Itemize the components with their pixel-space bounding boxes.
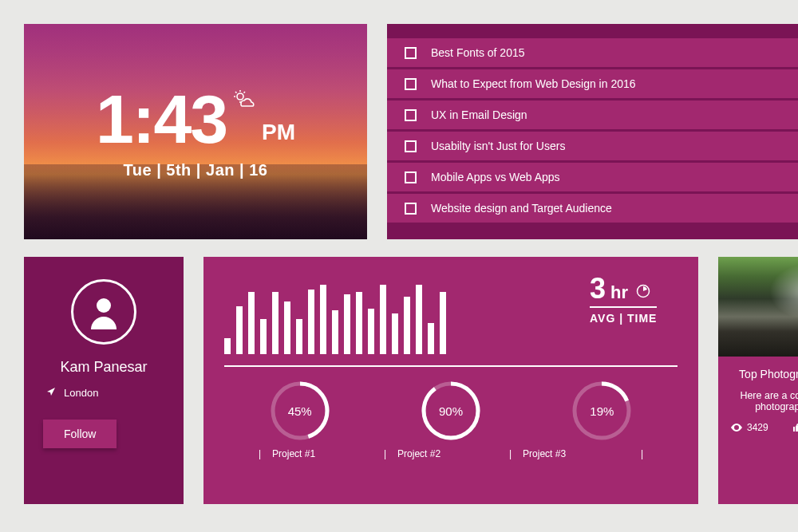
photo-description: Here are a collection of the top photogr… xyxy=(731,390,798,412)
clock-date: Tue | 5th | Jan | 16 xyxy=(124,161,268,179)
checklist-item-label: Mobile Apps vs Web Apps xyxy=(431,171,560,183)
eye-icon xyxy=(731,424,742,432)
chart-bar xyxy=(416,285,422,354)
profile-name: Kam Panesar xyxy=(60,359,147,376)
photo-card: Top Photographs from 2015 Here are a col… xyxy=(718,257,798,504)
profile-card: Kam Panesar London Follow xyxy=(24,257,184,504)
clock-time-row: 1:43 PM xyxy=(96,85,295,153)
checklist-item-label: Website design and Target Audience xyxy=(431,202,612,215)
checkbox-icon[interactable] xyxy=(405,109,417,121)
avg-time-block: 3 hr AVG | TIME xyxy=(590,274,678,325)
progress-ring: 90% xyxy=(420,380,482,442)
svg-line-5 xyxy=(244,92,246,93)
chart-bar xyxy=(404,297,410,354)
project-label: Project #1 xyxy=(259,448,315,459)
follow-button[interactable]: Follow xyxy=(43,420,117,448)
progress-ring: 45% xyxy=(269,380,331,442)
checkbox-icon[interactable] xyxy=(405,47,417,59)
svg-point-6 xyxy=(97,298,111,313)
checklist-item-label: Best Fonts of 2015 xyxy=(431,46,525,59)
clock-time: 1:43 xyxy=(96,85,227,153)
chart-bar xyxy=(392,313,398,354)
chart-bar xyxy=(272,292,279,354)
checklist-item[interactable]: Usabilty isn't Just for Users xyxy=(387,132,798,160)
row2-container: Kam Panesar London Follow 3 hr AVG | TIM… xyxy=(24,257,698,504)
location-arrow-icon xyxy=(46,387,56,399)
chart-bar xyxy=(428,323,434,354)
project-label: Project #2 xyxy=(384,448,440,459)
chart-bar xyxy=(368,309,374,354)
checklist-item[interactable]: What to Expect from Web Design in 2016 xyxy=(387,69,798,98)
chart-bar xyxy=(320,285,326,354)
photo-thumbnail xyxy=(718,257,798,357)
checklist-item[interactable]: Website design and Target Audience xyxy=(387,194,798,223)
clock-icon xyxy=(636,284,650,301)
chart-bar xyxy=(260,319,267,354)
avatar xyxy=(71,279,136,345)
chart-bar xyxy=(440,292,446,354)
checklist-item[interactable]: Best Fonts of 2015 xyxy=(387,38,798,67)
checkbox-icon[interactable] xyxy=(405,171,417,183)
chart-bar xyxy=(344,294,350,354)
chart-bar xyxy=(236,306,243,354)
photo-likes: 2200 xyxy=(792,422,798,433)
svg-line-4 xyxy=(235,92,237,93)
chart-bar xyxy=(296,319,302,354)
clock-weather-card: 1:43 PM Tue | 5th | Jan | 16 xyxy=(24,24,367,239)
progress-percent: 45% xyxy=(288,404,312,418)
chart-bar xyxy=(248,292,255,354)
avg-value: 3 xyxy=(590,274,606,303)
bar-chart xyxy=(224,274,575,354)
checklist-item[interactable]: Mobile Apps vs Web Apps xyxy=(387,163,798,191)
progress-percent: 19% xyxy=(590,404,614,418)
project-label-trail: | xyxy=(641,448,643,459)
chart-bar xyxy=(224,338,231,354)
checklist-item-label: What to Expect from Web Design in 2016 xyxy=(431,77,636,90)
chart-bar xyxy=(332,310,338,354)
photo-stats-row: 3429 2200 1200 xyxy=(718,422,798,444)
stats-divider xyxy=(224,365,678,367)
checkbox-icon[interactable] xyxy=(405,203,417,215)
avg-unit: hr xyxy=(610,282,628,303)
checkbox-icon[interactable] xyxy=(405,140,417,152)
progress-percent: 90% xyxy=(439,404,463,418)
photo-views-count: 3429 xyxy=(747,422,768,433)
chart-bar xyxy=(308,290,314,354)
chart-bar xyxy=(284,301,290,354)
checklist-card: Best Fonts of 2015What to Expect from We… xyxy=(387,24,798,239)
project-label: Project #3 xyxy=(509,448,577,459)
checklist-item-label: UX in Email Design xyxy=(431,108,527,121)
photo-views: 3429 xyxy=(731,422,768,433)
profile-location-text: London xyxy=(64,387,98,399)
avg-label: AVG | TIME xyxy=(590,306,657,325)
checkbox-icon[interactable] xyxy=(405,78,417,90)
clock-ampm: PM xyxy=(262,120,295,145)
thumbs-up-icon xyxy=(792,423,798,432)
stats-card: 3 hr AVG | TIME 45% 90% 19% Project #1Pr… xyxy=(203,257,698,504)
svg-point-0 xyxy=(237,93,243,100)
chart-bar xyxy=(380,285,386,354)
photo-title: Top Photographs from 2015 xyxy=(731,368,798,380)
checklist-item[interactable]: UX in Email Design xyxy=(387,100,798,129)
progress-rings-row: 45% 90% 19% xyxy=(224,380,678,442)
sun-cloud-icon xyxy=(231,89,257,112)
checklist-item-label: Usabilty isn't Just for Users xyxy=(431,140,565,152)
project-labels-row: Project #1Project #2Project #3| xyxy=(224,448,678,459)
chart-bar xyxy=(356,292,362,354)
profile-location: London xyxy=(46,387,98,399)
progress-ring: 19% xyxy=(571,380,633,442)
